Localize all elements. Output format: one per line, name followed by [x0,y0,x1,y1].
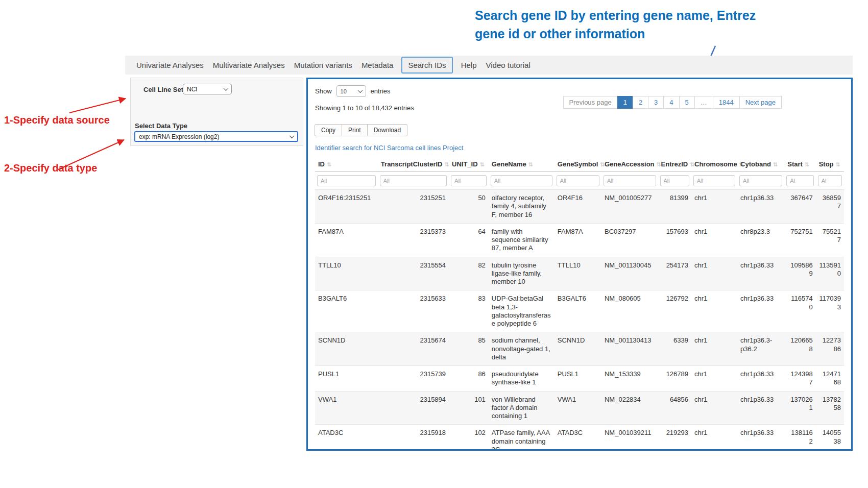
table-cell: 82 [449,257,489,290]
table-cell: NM_001130413 [601,332,658,366]
page-size-select[interactable]: 10 [336,85,366,97]
red-annotation-arrow-1 [69,99,126,113]
filter-input-genesymbol[interactable] [557,175,599,186]
column-header-label: Start [787,160,803,168]
filter-input-chromosome[interactable] [693,175,735,186]
column-header-geneaccession[interactable]: GeneAccession⇅ [601,156,658,172]
tab-video-tutorial[interactable]: Video tutorial [486,61,530,69]
table-cell: 1170393 [816,290,844,332]
table-cell: chr1 [691,223,737,257]
table-cell: 1370261 [784,391,815,425]
tab-mutation-variants[interactable]: Mutation variants [294,61,352,69]
table-cell: NM_001130045 [601,257,658,290]
filter-cell [691,172,737,190]
filter-input-genename[interactable] [491,175,552,186]
column-header-cytoband[interactable]: Cytoband⇅ [737,156,784,172]
cell-line-set-select[interactable]: NCI [183,84,232,94]
table-cell: 1243987 [784,366,815,392]
table-body: OR4F16:2315251231525150olfactory recepto… [315,190,844,451]
table-cell: 64 [449,223,489,257]
pagination-page-4[interactable]: 4 [663,96,679,109]
identifier-search-link[interactable]: Identifier search for NCI Sarcoma cell l… [315,144,463,152]
gene-table: ID⇅TranscriptClusterID⇅UNIT_ID⇅GeneName⇅… [315,156,844,451]
table-cell: ATAD3C [315,425,378,451]
data-type-select[interactable]: exp: mRNA Expression (log2) [134,131,298,142]
pagination: Previous page12345…1844Next page [564,96,782,109]
red-annotation-note-2: 2-Specify data type [4,162,97,174]
table-cell: 2315918 [378,425,449,451]
filter-input-start[interactable] [786,175,813,186]
filter-input-id[interactable] [317,175,376,186]
table-cell: VWA1 [315,391,378,425]
table-cell: NM_001039211 [601,425,658,451]
column-header-label: Cytoband [740,160,771,168]
table-cell: chr1 [691,257,737,290]
column-header-chromosome[interactable]: Chromosome⇅ [691,156,737,172]
table-row: SCNN1D231567485sodium channel, nonvoltag… [315,332,844,366]
table-cell: 219293 [658,425,692,451]
pagination-page-1844[interactable]: 1844 [713,96,740,109]
filter-cell [784,172,815,190]
tab-univariate-analyses[interactable]: Univariate Analyses [136,61,204,69]
pagination-page-3[interactable]: 3 [648,96,664,109]
table-cell: chr1 [691,190,737,224]
page-size-value: 10 [341,88,347,94]
table-cell: 1247168 [816,366,844,392]
table-cell: 85 [449,332,489,366]
filter-input-entrezid[interactable] [660,175,690,186]
table-cell: 1206658 [784,332,815,366]
table-row: PUSL1231573986pseudouridylate synthase-l… [315,366,844,392]
table-cell: 81399 [658,190,692,224]
table-cell: tubulin tyrosine ligase-like family, mem… [489,257,554,290]
data-type-label: Select Data Type [135,122,187,130]
table-header-row: ID⇅TranscriptClusterID⇅UNIT_ID⇅GeneName⇅… [315,156,844,172]
column-header-genesymbol[interactable]: GeneSymbol⇅ [554,156,601,172]
column-header-transcriptclusterid[interactable]: TranscriptClusterID⇅ [378,156,449,172]
filter-cell [816,172,844,190]
pagination-page-5[interactable]: 5 [679,96,695,109]
table-cell: 755217 [816,223,844,257]
tab-multivariate-analyses[interactable]: Multivariate Analyses [213,61,285,69]
filter-input-unit-id[interactable] [451,175,487,186]
sidebar-panel: Cell Line Set NCI Select Data Type exp: … [130,78,303,146]
table-cell: 254173 [658,257,692,290]
table-cell: UDP-Gal:betaGal beta 1,3-galactosyltrans… [489,290,554,332]
column-header-label: ID [318,160,325,168]
filter-input-stop[interactable] [818,175,842,186]
column-header-label: UNIT_ID [452,160,478,168]
sort-icon: ⇅ [327,161,331,167]
column-header-label: GeneName [492,160,526,168]
tab-search-ids[interactable]: Search IDs [401,57,452,74]
filter-input-transcriptclusterid[interactable] [380,175,447,186]
table-row: OR4F16:2315251231525150olfactory recepto… [315,190,844,224]
column-header-genename[interactable]: GeneName⇅ [489,156,554,172]
table-row: ATAD3C2315918102ATPase family, AAA domai… [315,425,844,451]
table-cell: chr1 [691,366,737,392]
table-cell: 6339 [658,332,692,366]
download-button[interactable]: Download [367,124,407,136]
table-cell: olfactory receptor, family 4, subfamily … [489,190,554,224]
column-header-label: TranscriptClusterID [381,160,443,168]
column-header-label: GeneSymbol [558,160,598,168]
column-header-unit-id[interactable]: UNIT_ID⇅ [449,156,489,172]
copy-button[interactable]: Copy [315,124,342,136]
table-cell: FAM87A [315,223,378,257]
pagination-previous-button[interactable]: Previous page [563,96,618,109]
column-header-entrezid[interactable]: EntrezID⇅ [658,156,692,172]
pagination-page-1[interactable]: 1 [617,96,633,109]
table-cell: 1165740 [784,290,815,332]
table-cell: 1405538 [816,425,844,451]
column-header-stop[interactable]: Stop⇅ [816,156,844,172]
table-cell: 157693 [658,223,692,257]
print-button[interactable]: Print [342,124,368,136]
table-cell: PUSL1 [554,366,601,392]
filter-input-cytoband[interactable] [739,175,782,186]
column-header-id[interactable]: ID⇅ [315,156,378,172]
tab-metadata[interactable]: Metadata [361,61,394,69]
column-header-start[interactable]: Start⇅ [784,156,815,172]
table-row: VWA12315894101von Willebrand factor A do… [315,391,844,425]
pagination-next-button[interactable]: Next page [739,96,782,109]
tab-help[interactable]: Help [461,61,477,69]
filter-input-geneaccession[interactable] [604,175,656,186]
pagination-page-2[interactable]: 2 [633,96,648,109]
